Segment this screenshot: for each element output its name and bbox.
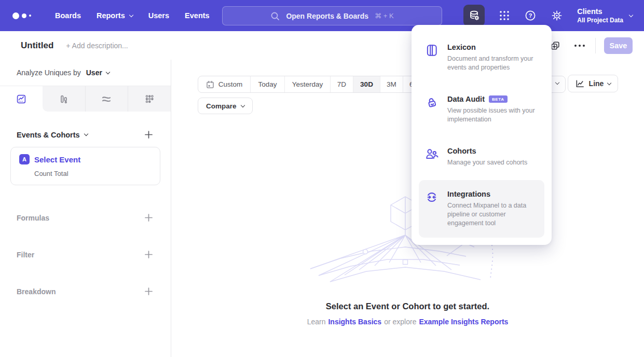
date-segment-3m[interactable]: 3M: [380, 76, 403, 92]
analyze-value-dropdown[interactable]: User: [86, 68, 109, 77]
menu-item-cohorts[interactable]: Cohorts Manage your saved cohorts: [419, 137, 544, 177]
plus-icon: [144, 287, 153, 296]
add-breakdown-button[interactable]: [144, 287, 153, 296]
cohorts-people-icon: [425, 147, 439, 167]
stacked-area-icon: [101, 94, 112, 104]
toolbar-divider: [595, 38, 596, 53]
date-segment-custom[interactable]: Custom: [198, 76, 250, 92]
example-reports-link[interactable]: Example Insights Reports: [419, 318, 508, 326]
chevron-down-icon: [555, 80, 559, 85]
settings-button[interactable]: [551, 9, 563, 22]
event-card[interactable]: A Select Event Count Total: [10, 147, 160, 185]
save-button[interactable]: Save: [604, 37, 633, 54]
menu-item-lexicon[interactable]: Lexicon Document and transform your even…: [419, 33, 544, 82]
date-segment-30d-selected[interactable]: 30D: [353, 76, 380, 92]
search-shortcut: ⌘ + K: [375, 12, 394, 20]
svg-text:?: ?: [529, 12, 532, 19]
database-gear-icon: [468, 9, 481, 22]
empty-middle: or explore: [384, 318, 416, 326]
query-sidebar: Analyze Uniques by User: [0, 60, 171, 357]
search-icon: [270, 11, 280, 21]
chart-area: Custom Today Yesterday 7D 30D 3M 6M Comp…: [171, 60, 644, 357]
chart-type-dropdown[interactable]: Line: [568, 75, 618, 92]
menu-item-desc: Manage your saved cohorts: [447, 158, 527, 167]
search-input[interactable]: Open Reports & Boards ⌘ + K: [222, 6, 442, 25]
lexicon-book-icon: [425, 44, 439, 72]
nav-item-events[interactable]: Events: [185, 11, 210, 20]
add-formula-button[interactable]: [144, 213, 153, 222]
menu-item-title: Cohorts: [447, 147, 476, 155]
data-audit-lock-icon: [425, 95, 439, 124]
calendar-icon: [206, 80, 214, 89]
gear-icon: [551, 9, 563, 22]
duplicate-icon: [550, 40, 560, 51]
project-selector-title: Clients: [577, 7, 623, 16]
project-selector-subtitle: All Project Data: [577, 17, 623, 24]
beta-badge: BETA: [489, 95, 508, 103]
chevron-down-icon: [106, 70, 110, 74]
tab-metrics[interactable]: [128, 86, 171, 112]
date-segment-7d[interactable]: 7D: [330, 76, 353, 92]
help-icon: ?: [524, 9, 537, 22]
empty-state-heading: Select an Event or Cohort to get started…: [171, 301, 644, 311]
more-options-button[interactable]: [574, 45, 585, 47]
menu-item-desc: Document and transform your events and p…: [447, 54, 538, 72]
date-range-control: Custom Today Yesterday 7D 30D 3M 6M: [198, 76, 425, 93]
menu-item-desc: Connect Mixpanel to a data pipeline or c…: [447, 201, 538, 228]
add-filter-button[interactable]: [144, 250, 153, 259]
compare-dropdown[interactable]: Compare: [198, 98, 253, 114]
chevron-down-icon: [240, 103, 244, 107]
report-title[interactable]: Untitled: [21, 40, 53, 51]
events-cohorts-header[interactable]: Events & Cohorts: [17, 131, 88, 139]
chevron-down-icon: [129, 12, 133, 17]
add-event-button[interactable]: [144, 130, 153, 139]
mixpanel-logo-icon[interactable]: [12, 12, 39, 19]
tab-stacked-chart[interactable]: [85, 86, 128, 112]
plus-icon: [144, 130, 153, 139]
menu-item-title: Lexicon: [447, 43, 476, 51]
project-selector[interactable]: Clients All Project Data: [577, 7, 633, 24]
data-management-menu: Lexicon Document and transform your even…: [412, 25, 552, 245]
plus-icon: [144, 250, 153, 259]
menu-item-desc: View possible issues with your implement…: [447, 106, 538, 124]
line-chart-icon: [16, 94, 26, 104]
menu-item-title: Data Audit: [447, 95, 485, 103]
menu-item-integrations[interactable]: Integrations Connect Mixpanel to a data …: [419, 180, 544, 238]
empty-prefix: Learn: [307, 318, 326, 326]
chevron-down-icon: [84, 132, 88, 136]
apps-grid-icon: [499, 10, 510, 21]
insights-basics-link[interactable]: Insights Basics: [328, 318, 381, 326]
data-management-button[interactable]: [463, 5, 485, 26]
chevron-down-icon: [607, 80, 611, 85]
count-total-label[interactable]: Count Total: [34, 170, 152, 177]
add-description-field[interactable]: + Add description...: [66, 42, 128, 50]
nav-item-reports[interactable]: Reports: [97, 11, 133, 20]
formulas-section-label: Formulas: [17, 214, 49, 222]
integrations-sync-icon: [425, 190, 439, 228]
chart-type-tabs: [0, 86, 171, 112]
event-badge: A: [19, 154, 30, 164]
help-button[interactable]: ?: [524, 9, 537, 22]
empty-state-subline: Learn Insights Basics or explore Example…: [171, 318, 644, 326]
tab-line-chart[interactable]: [0, 86, 43, 112]
menu-item-data-audit[interactable]: Data Audit BETA View possible issues wit…: [419, 85, 544, 134]
bar-chart-icon: [59, 94, 69, 104]
chevron-down-icon: [629, 12, 633, 17]
select-event-label[interactable]: Select Event: [34, 155, 80, 164]
filter-section-label: Filter: [17, 251, 34, 259]
nav-item-users[interactable]: Users: [148, 11, 169, 20]
date-segment-yesterday[interactable]: Yesterday: [284, 76, 330, 92]
duplicate-button[interactable]: [550, 40, 560, 51]
menu-item-title: Integrations: [447, 190, 490, 198]
metrics-grid-icon: [144, 94, 155, 104]
search-placeholder: Open Reports & Boards: [286, 12, 368, 20]
date-segment-today[interactable]: Today: [250, 76, 284, 92]
analyze-label: Analyze Uniques by: [17, 68, 81, 77]
nav-item-boards[interactable]: Boards: [55, 11, 81, 20]
plus-icon: [144, 213, 153, 222]
line-chart-icon: [575, 79, 585, 89]
tab-bar-chart[interactable]: [43, 86, 85, 112]
apps-grid-button[interactable]: [499, 10, 510, 21]
breakdown-section-label: Breakdown: [17, 287, 56, 296]
